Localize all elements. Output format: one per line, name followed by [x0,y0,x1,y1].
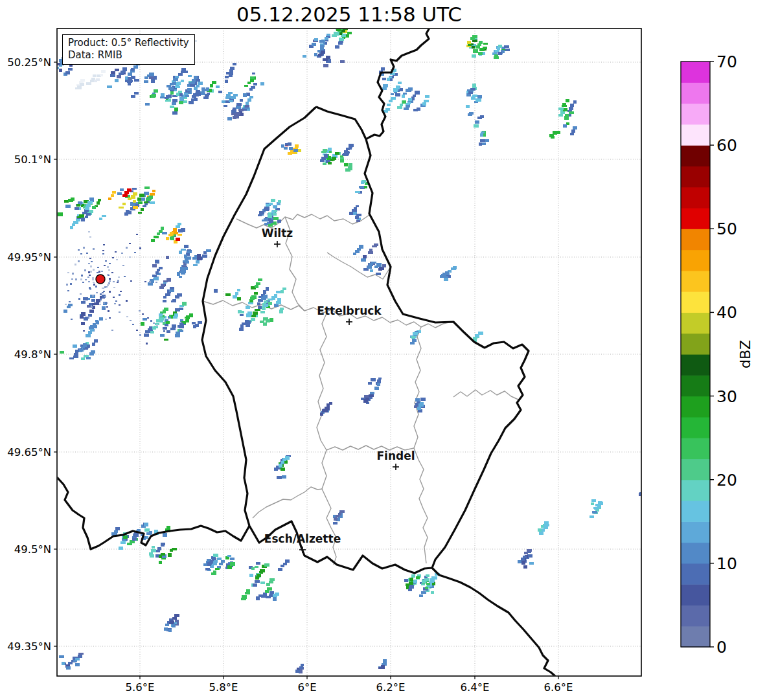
y-tick-label: 49.8°N [14,348,51,361]
city-label: Esch/Alzette [264,532,341,545]
canton-border-line [203,300,304,311]
canton-border-line [253,487,323,518]
canton-border-line [236,214,369,228]
canton-border-line [414,327,428,563]
y-tick-label: 49.5°N [14,543,51,556]
product-line: Product: 0.5° Reflectivity [68,37,189,49]
x-tick-label: 6°E [297,681,316,694]
plot-frame [57,28,641,676]
y-tick-label: 50.25°N [7,56,51,69]
x-tick-label: 5.8°E [209,681,238,694]
y-tick-label: 50.1°N [14,153,51,166]
grid-lines [57,28,641,676]
colorbar-tick-label: 20 [716,471,737,490]
border-luxembourg [202,107,529,573]
map-annotations: WiltzEttelbruckFindelEsch/Alzette [96,227,415,553]
colorbar-tick-label: 40 [716,303,737,322]
city-label: Findel [376,449,415,462]
city-label: Ettelbruck [317,304,382,317]
colorbar-tick-label: 10 [716,554,737,573]
radar-map-canvas: WiltzEttelbruckFindelEsch/Alzette5.6°E5.… [0,0,767,700]
colorbar-tick-label: 70 [716,52,737,71]
y-tick-label: 49.65°N [7,446,51,458]
product-info-box: Product: 0.5° Reflectivity Data: RMIB [62,34,195,65]
city-label: Wiltz [262,227,293,240]
x-tick-label: 5.6°E [126,681,155,694]
canton-border-line [317,312,336,565]
data-source-line: Data: RMIB [68,49,189,62]
border-be-fr [57,477,249,549]
y-tick-label: 49.35°N [7,640,51,653]
border-fr-de [432,568,555,676]
country-borders [57,28,555,676]
x-tick-label: 6.4°E [461,681,490,694]
colorbar: 010203040506070dBZ [681,52,753,657]
y-tick-label: 49.95°N [7,251,51,264]
colorbar-tick-label: 30 [716,387,737,406]
colorbar-tick-label: 0 [716,638,727,657]
radar-site-marker [96,275,105,284]
colorbar-tick-label: 50 [716,220,737,238]
border-be-de [366,28,429,139]
colorbar-axis-label: dBZ [737,340,753,368]
colorbar-tick-label: 60 [716,136,737,155]
x-tick-label: 6.6°E [544,681,573,694]
canton-border-line [453,390,518,400]
radar-viewer: 05.12.2025 11:58 UTC Product: 0.5° Refle… [0,0,767,700]
x-tick-label: 6.2°E [376,681,406,694]
canton-borders [203,214,518,565]
